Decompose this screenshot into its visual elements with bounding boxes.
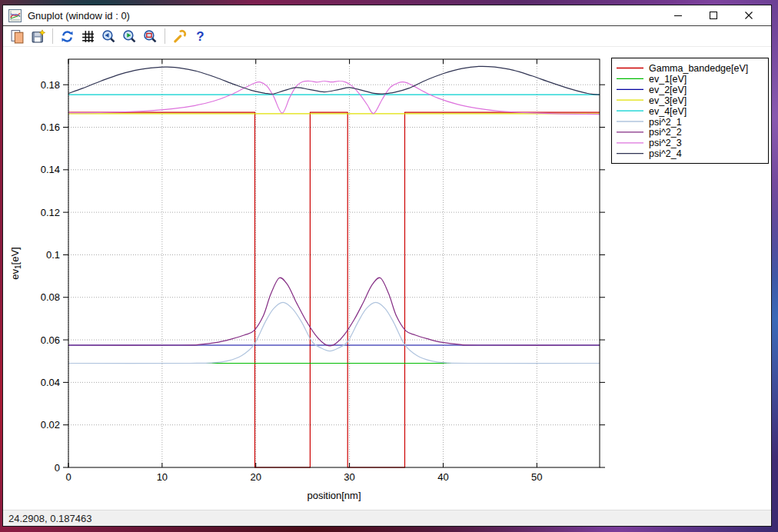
close-icon [744, 11, 753, 20]
zoom-previous-button[interactable] [99, 27, 118, 45]
y-tick-label: 0.16 [41, 121, 60, 133]
grid-icon [81, 29, 95, 44]
svg-text:?: ? [196, 29, 204, 44]
x-tick-label: 0 [65, 471, 71, 483]
series-psi^2_3 [68, 81, 600, 114]
close-button[interactable] [731, 6, 766, 25]
gnuplot-app-icon [8, 9, 22, 22]
plot-border [68, 59, 600, 467]
y-tick-label: 0.02 [41, 419, 60, 431]
toolbar-separator [165, 28, 165, 44]
window-title: Gnuplot (window id : 0) [28, 10, 660, 22]
save-button[interactable] [28, 27, 48, 45]
replot-icon [60, 29, 75, 44]
plot-canvas[interactable]: 0102030405000.020.040.060.080.10.120.140… [3, 47, 771, 510]
series-psi^2_2 [68, 278, 600, 346]
legend-label: psi^2_4 [649, 148, 682, 159]
y-tick-label: 0.1 [46, 249, 60, 261]
legend-label: ev_1[eV] [649, 74, 687, 85]
y-tick-label: 0 [55, 462, 60, 474]
minimize-icon [673, 11, 683, 20]
help-button[interactable]: ? [191, 27, 210, 45]
zoom-region-button[interactable] [141, 27, 160, 45]
legend: Gamma_bandedge[eV]ev_1[eV]ev_2[eV]ev_3[e… [612, 58, 769, 164]
y-tick-label: 0.18 [41, 79, 60, 91]
x-tick-label: 50 [531, 471, 542, 483]
series-Gamma_bandedge[eV] [68, 112, 600, 467]
legend-label: ev_4[eV] [649, 106, 687, 117]
zoom-region-icon [143, 29, 158, 44]
legend-label: psi^2_1 [649, 117, 682, 128]
cursor-position-readout: 24.2908, 0.187463 [8, 513, 91, 524]
x-tick-label: 10 [157, 471, 168, 483]
legend-label: psi^2_3 [649, 138, 682, 148]
title-bar[interactable]: Gnuplot (window id : 0) [3, 5, 771, 26]
toolbar-separator [52, 28, 53, 44]
gnuplot-window: Gnuplot (window id : 0) [2, 5, 772, 527]
zoom-previous-icon [101, 29, 116, 44]
x-tick-label: 20 [251, 471, 261, 483]
grid-button[interactable] [78, 27, 98, 45]
series-psi^2_4 [68, 66, 600, 95]
toolbar: ? [3, 26, 771, 47]
status-bar: 24.2908, 0.187463 [3, 510, 771, 526]
series-psi^2_1 [68, 302, 600, 363]
legend-label: ev_2[eV] [649, 85, 687, 95]
legend-label: psi^2_2 [649, 127, 682, 138]
chart: 0102030405000.020.040.060.080.10.120.140… [3, 47, 771, 510]
replot-button[interactable] [58, 27, 77, 45]
legend-label: Gamma_bandedge[eV] [649, 63, 748, 74]
y-tick-label: 0.06 [41, 334, 60, 346]
x-tick-label: 40 [437, 471, 448, 483]
copy-icon [10, 29, 25, 44]
y-tick-label: 0.12 [41, 207, 60, 218]
copy-button[interactable] [8, 27, 27, 45]
x-axis-label: position[nm] [307, 490, 361, 501]
y-tick-label: 0.04 [41, 377, 60, 388]
zoom-next-button[interactable] [120, 27, 139, 45]
options-button[interactable] [170, 27, 189, 45]
y-tick-label: 0.14 [41, 164, 60, 175]
minimize-button[interactable] [660, 6, 696, 25]
save-icon [31, 29, 45, 44]
y-tick-label: 0.08 [41, 291, 60, 303]
help-icon: ? [193, 29, 208, 44]
legend-label: ev_3[eV] [649, 95, 687, 106]
zoom-next-icon [122, 29, 137, 44]
x-tick-label: 30 [344, 471, 354, 483]
y-axis-label: ev1[eV] [9, 247, 22, 279]
maximize-button[interactable] [696, 6, 731, 25]
options-icon [172, 29, 187, 44]
maximize-icon [709, 11, 718, 20]
window-controls [660, 6, 766, 25]
